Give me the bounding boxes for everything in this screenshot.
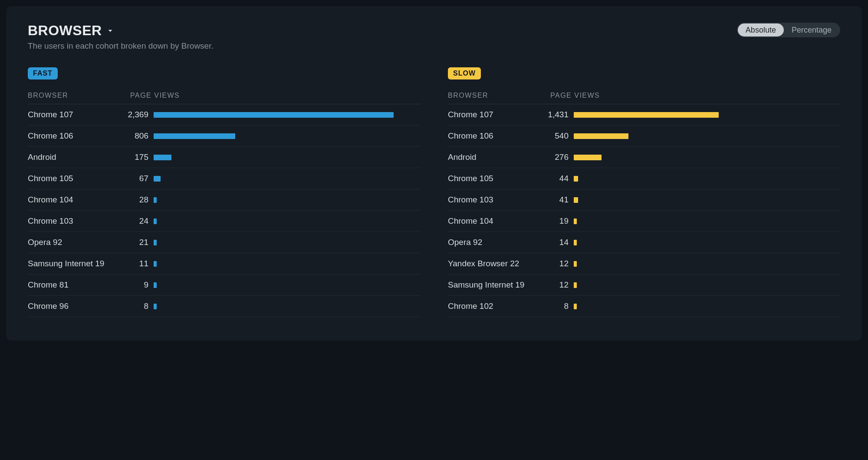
chevron-down-icon [106,27,114,35]
row-browser-name: Chrome 96 [28,301,110,311]
row-page-views: 41 [530,195,574,205]
row-browser-name: Chrome 107 [28,109,110,120]
row-bar-track [154,155,420,160]
row-page-views: 24 [110,216,154,226]
table-row[interactable]: Chrome 106540 [448,126,840,147]
table-row[interactable]: Chrome 10341 [448,189,840,211]
table-row[interactable]: Chrome 968 [28,296,420,317]
row-bar [154,282,157,288]
row-bar [574,112,719,118]
row-bar-track [574,176,840,182]
row-bar-track [154,304,420,309]
row-browser-name: Chrome 103 [28,216,110,226]
row-page-views: 12 [530,259,574,268]
col-header-browser: BROWSER [28,92,130,99]
row-bar [574,176,578,182]
row-bar-track [574,133,840,139]
cohort-badge-slow: SLOW [448,67,481,79]
row-page-views: 14 [530,238,574,247]
row-browser-name: Android [28,152,110,162]
dimension-selector[interactable]: BROWSER [28,23,214,39]
row-page-views: 8 [530,301,574,311]
row-page-views: 1,431 [530,110,574,119]
table-row[interactable]: Chrome 10544 [448,168,840,189]
slow-rows: Chrome 1071,431Chrome 106540Android276Ch… [448,104,840,317]
table-row[interactable]: Chrome 1071,431 [448,104,840,126]
row-browser-name: Opera 92 [28,237,110,248]
panel-title: BROWSER [28,23,102,39]
row-bar [154,176,161,182]
row-bar [574,197,578,203]
row-browser-name: Chrome 103 [448,195,530,205]
table-row[interactable]: Opera 9214 [448,232,840,253]
table-row[interactable]: Android276 [448,147,840,168]
row-bar [574,304,577,309]
row-browser-name: Chrome 104 [448,216,530,226]
row-browser-name: Chrome 105 [28,173,110,184]
row-bar [154,218,157,224]
row-bar [574,133,628,139]
row-bar [154,155,171,160]
row-bar-track [154,112,420,118]
table-row[interactable]: Chrome 10324 [28,211,420,232]
table-row[interactable]: Chrome 1028 [448,296,840,317]
col-header-views: PAGE VIEWS [550,92,840,99]
row-browser-name: Samsung Internet 19 [28,258,110,269]
fast-rows: Chrome 1072,369Chrome 106806Android175Ch… [28,104,420,317]
cohort-columns: FAST BROWSER PAGE VIEWS Chrome 1072,369C… [28,67,840,317]
table-row[interactable]: Chrome 1072,369 [28,104,420,126]
table-row[interactable]: Yandex Browser 2212 [448,253,840,275]
row-page-views: 67 [110,174,154,183]
cohort-slow: SLOW BROWSER PAGE VIEWS Chrome 1071,431C… [448,67,840,317]
table-row[interactable]: Chrome 106806 [28,126,420,147]
toggle-percentage[interactable]: Percentage [784,23,839,36]
cohort-badge-fast: FAST [28,67,58,79]
row-browser-name: Opera 92 [448,237,530,248]
col-header-views: PAGE VIEWS [130,92,420,99]
row-bar-track [574,197,840,203]
row-bar [154,112,394,118]
table-row[interactable]: Chrome 819 [28,275,420,296]
row-page-views: 28 [110,195,154,205]
table-row[interactable]: Chrome 10428 [28,189,420,211]
row-bar-track [154,240,420,245]
toggle-absolute[interactable]: Absolute [738,23,784,36]
row-bar [574,240,577,245]
cohort-fast: FAST BROWSER PAGE VIEWS Chrome 1072,369C… [28,67,420,317]
table-row[interactable]: Chrome 10419 [448,211,840,232]
view-mode-toggle: Absolute Percentage [737,23,840,37]
row-browser-name: Samsung Internet 19 [448,280,530,290]
table-row[interactable]: Chrome 10567 [28,168,420,189]
row-page-views: 21 [110,238,154,247]
row-page-views: 44 [530,174,574,183]
row-bar-track [574,304,840,309]
row-bar-track [154,218,420,224]
browser-breakdown-panel: BROWSER The users in each cohort broken … [6,6,862,341]
row-bar-track [574,240,840,245]
panel-header: BROWSER The users in each cohort broken … [28,23,840,51]
row-page-views: 9 [110,280,154,290]
row-bar [574,218,577,224]
row-browser-name: Chrome 81 [28,280,110,290]
table-row[interactable]: Samsung Internet 1911 [28,253,420,275]
table-row[interactable]: Opera 9221 [28,232,420,253]
panel-subtitle: The users in each cohort broken down by … [28,41,214,51]
row-bar-track [154,133,420,139]
row-bar [574,282,577,288]
row-bar-track [574,261,840,267]
table-row[interactable]: Samsung Internet 1912 [448,275,840,296]
row-page-views: 540 [530,131,574,141]
row-page-views: 806 [110,131,154,141]
row-bar [574,155,602,160]
row-browser-name: Chrome 104 [28,195,110,205]
table-header: BROWSER PAGE VIEWS [28,92,420,104]
row-browser-name: Android [448,152,530,162]
table-row[interactable]: Android175 [28,147,420,168]
row-bar [154,197,157,203]
row-bar-track [574,112,840,118]
row-browser-name: Yandex Browser 22 [448,258,530,269]
row-bar [574,261,577,267]
row-page-views: 175 [110,152,154,162]
title-block: BROWSER The users in each cohort broken … [28,23,214,51]
row-bar [154,133,235,139]
